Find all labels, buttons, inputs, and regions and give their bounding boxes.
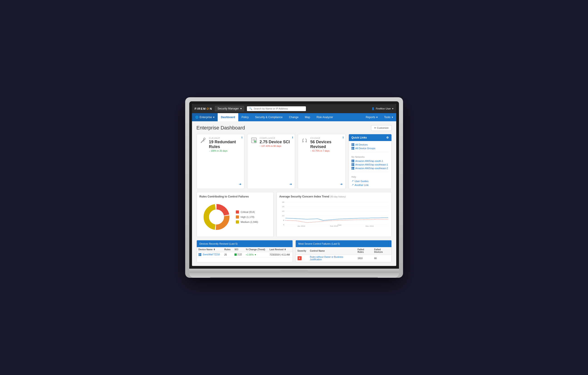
svg-text:Date: Date bbox=[337, 224, 342, 226]
td-failed-rules: 1910 bbox=[356, 255, 372, 262]
bottom-tables-row: Devices Recently Revised (Last 5) Device… bbox=[197, 240, 392, 262]
info-icon-change[interactable]: ℹ bbox=[343, 136, 344, 139]
nav-reports-label: Reports bbox=[366, 116, 375, 119]
ql-all-device-groups[interactable]: All Device Groups bbox=[352, 147, 389, 150]
nav-reports[interactable]: Reports ▾ bbox=[362, 113, 381, 121]
stat-card-change: ℹ bbox=[298, 134, 346, 189]
svg-marker-9 bbox=[302, 142, 303, 142]
col-sci[interactable]: SCI bbox=[233, 247, 244, 252]
nav-change[interactable]: Change bbox=[286, 113, 302, 121]
logo: FIREMON bbox=[195, 107, 212, 111]
col-control-name[interactable]: Control Name bbox=[308, 247, 356, 255]
app-selector[interactable]: Security Manager ▾ bbox=[215, 106, 244, 111]
app-selector-label: Security Manager bbox=[217, 107, 239, 110]
ql-aws-se-1[interactable]: Amazon AWS/ap-southeast-1 bbox=[352, 163, 389, 166]
control-name-link[interactable]: Rules without Owner or Business Justific… bbox=[310, 256, 343, 261]
control-failures-table: Severity Control Name Failed Rules Faile… bbox=[296, 247, 391, 262]
quick-links-title: Quick Links bbox=[352, 136, 367, 139]
search-input[interactable] bbox=[254, 107, 304, 110]
ql-aws-south-1[interactable]: Amazon AWS/ap-south-1 bbox=[352, 160, 389, 162]
svg-marker-8 bbox=[306, 142, 307, 142]
svg-text:13: 13 bbox=[282, 210, 284, 212]
nav-dashboard[interactable]: Dashboard bbox=[218, 113, 238, 121]
td-severity: 9 bbox=[296, 255, 308, 262]
screen-bezel: FIREMON Security Manager ▾ 🔍 👤 FireMon U… bbox=[189, 101, 399, 269]
ql-label-help: Help bbox=[352, 176, 389, 178]
control-failures-title: Most Severe Control Failures bbox=[298, 242, 331, 245]
col-failed-devices[interactable]: Failed Devices bbox=[372, 247, 391, 255]
svg-text:5: 5 bbox=[283, 224, 284, 226]
search-bar[interactable]: 🔍 bbox=[247, 106, 306, 111]
ql-user-guides[interactable]: ↗ User Guides bbox=[352, 180, 389, 182]
legend-box-medium bbox=[236, 220, 239, 223]
stat-change-content: CHANGE 56 Devices Revised ↑ 43.75% in 7 … bbox=[310, 137, 342, 152]
stat-change-trend: ↑ 43.75% in 7 days bbox=[310, 150, 342, 152]
nav-risk[interactable]: Risk Analyzer bbox=[313, 113, 336, 121]
user-menu[interactable]: 👤 FireMon User ▾ bbox=[371, 107, 394, 110]
nav-enterprise[interactable]: 🌐 Enterprise ▾ bbox=[192, 113, 218, 121]
nav-security-label: Security & Compliance bbox=[255, 116, 283, 119]
col-change[interactable]: % Change (Trend) bbox=[244, 247, 268, 252]
legend-medium: Medium (1,946) bbox=[236, 220, 258, 223]
col-device-name[interactable]: Device Name ⬍ bbox=[197, 247, 223, 252]
ql-all-devices[interactable]: All Devices bbox=[352, 143, 389, 146]
user-icon: 👤 bbox=[371, 107, 375, 110]
customize-button[interactable]: ✦ Customize bbox=[371, 125, 391, 131]
stat-cleanup-trend: ↓ 100% in 26 days bbox=[209, 150, 241, 152]
info-icon-cleanup[interactable]: ℹ bbox=[242, 136, 242, 139]
donut-chart-svg bbox=[202, 202, 231, 232]
svg-text:Mar 2019: Mar 2019 bbox=[365, 225, 374, 227]
laptop-frame: FIREMON Security Manager ▾ 🔍 👤 FireMon U… bbox=[185, 97, 403, 278]
legend-label-critical: Critical (914) bbox=[241, 211, 255, 213]
arrow-icon-compliance[interactable]: ➜ bbox=[289, 182, 292, 186]
legend-box-critical bbox=[236, 210, 239, 213]
device-link[interactable]: SonicWall TZ210 bbox=[203, 253, 220, 256]
external-link-icon-another: ↗ bbox=[352, 183, 354, 186]
line-chart-area: 18 15 13 10 8 5 bbox=[279, 200, 389, 227]
nav-right-group: Reports ▾ Tools ▾ bbox=[362, 113, 396, 121]
nav-security[interactable]: Security & Compliance bbox=[252, 113, 286, 121]
quick-links-settings-icon[interactable]: ⚙ bbox=[386, 136, 389, 139]
stat-change-value: 56 Devices Revised bbox=[310, 140, 342, 149]
stat-change-category: CHANGE bbox=[310, 137, 342, 139]
logo-n: N bbox=[210, 107, 212, 111]
nav-policy[interactable]: Policy bbox=[238, 113, 252, 121]
arrow-icon-cleanup[interactable]: ➜ bbox=[239, 182, 242, 186]
arrow-icon-change[interactable]: ➜ bbox=[340, 182, 343, 186]
laptop-base bbox=[189, 269, 399, 273]
legend-high: High (1,170) bbox=[236, 215, 258, 219]
ql-aws-se-2[interactable]: Amazon AWS/ap-southeast-2 bbox=[352, 167, 389, 170]
control-failures-subtitle: (Last 5) bbox=[331, 242, 340, 245]
logo-text: FIREM bbox=[195, 107, 206, 111]
charts-row: Rules Contributing to Control Failures bbox=[197, 192, 392, 237]
col-rules[interactable]: Rules bbox=[223, 247, 233, 252]
col-severity[interactable]: Severity bbox=[296, 247, 308, 255]
svg-text:15: 15 bbox=[282, 206, 284, 208]
devices-table-subtitle: (Last 5) bbox=[229, 242, 238, 245]
legend-label-high: High (1,170) bbox=[241, 216, 255, 218]
col-failed-rules[interactable]: Failed Rules bbox=[356, 247, 372, 255]
stat-compliance-value: 2.75 Device SCI bbox=[260, 140, 290, 144]
app-selector-chevron: ▾ bbox=[240, 107, 242, 110]
page-header: Enterprise Dashboard ✦ Customize bbox=[197, 125, 392, 131]
stat-cleanup-content: CLEANUP 19 Redundant Rules ↓ 100% in 26 … bbox=[209, 137, 241, 152]
svg-text:Feb 2019: Feb 2019 bbox=[330, 225, 338, 227]
donut-chart-panel: Rules Contributing to Control Failures bbox=[197, 192, 274, 237]
nav-map-label: Map bbox=[305, 116, 310, 119]
td-failed-devices: 66 bbox=[372, 255, 391, 262]
nav-change-label: Change bbox=[289, 116, 298, 119]
col-last-revised[interactable]: Last Revised ⬍ bbox=[268, 247, 293, 252]
quick-links-body: All Devices All Device Groups My Network… bbox=[349, 141, 391, 189]
ql-another-link[interactable]: ↗ Another Link bbox=[352, 183, 389, 186]
nav-tools[interactable]: Tools ▾ bbox=[381, 113, 396, 121]
td-change: <1.00% ▼ bbox=[244, 252, 268, 258]
external-link-icon-guides: ↗ bbox=[352, 180, 354, 182]
td-device-name: SonicWall TZ210 bbox=[197, 252, 223, 258]
secondary-nav: 🌐 Enterprise ▾ Dashboard Policy Security… bbox=[192, 113, 396, 121]
nav-map[interactable]: Map bbox=[302, 113, 313, 121]
sci-badge: 2.22 bbox=[234, 253, 242, 256]
devices-table-panel: Devices Recently Revised (Last 5) Device… bbox=[197, 240, 293, 262]
devices-table-header-row: Device Name ⬍ Rules SCI % Change (Trend)… bbox=[197, 247, 293, 252]
logo-o: O bbox=[207, 107, 209, 111]
info-icon-compliance[interactable]: ℹ bbox=[292, 136, 293, 139]
